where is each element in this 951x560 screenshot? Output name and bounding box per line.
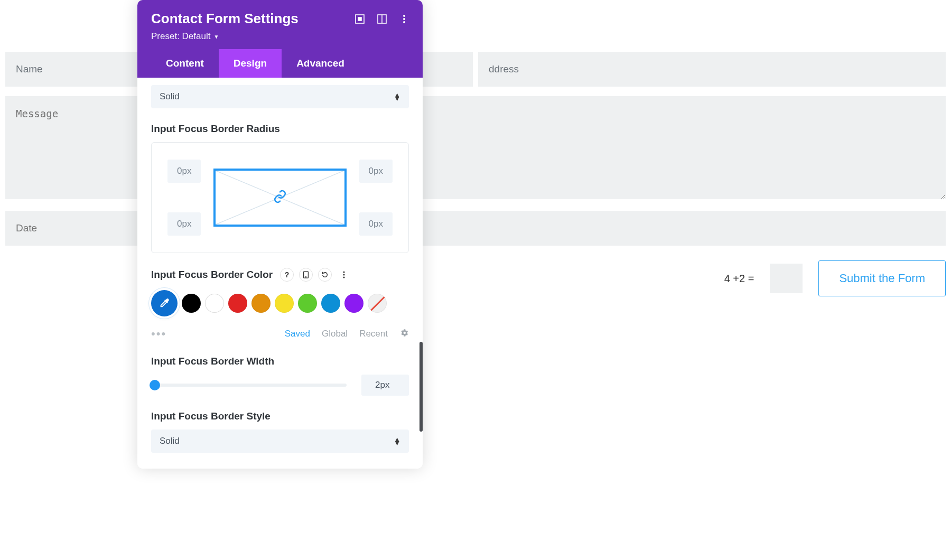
radius-br[interactable]: 0px (359, 212, 393, 236)
more-icon[interactable] (399, 14, 409, 24)
captcha-label: 4 +2 = (724, 273, 754, 285)
settings-panel: Contact Form Settings Preset: Defau (137, 0, 423, 469)
tab-advanced[interactable]: Advanced (282, 49, 359, 78)
reset-icon[interactable] (318, 268, 332, 282)
svg-point-4 (403, 15, 405, 17)
select-arrows-icon: ▲▼ (394, 93, 400, 100)
responsive-icon[interactable] (299, 268, 313, 282)
eyedropper-swatch[interactable] (151, 290, 178, 316)
color-swatches (151, 290, 409, 316)
radius-label: Input Focus Border Radius (151, 123, 409, 135)
border-style-select-top[interactable]: Solid ▲▼ (151, 85, 409, 108)
border-color-label: Input Focus Border Color ? (151, 268, 409, 282)
preset-label: Preset: Default (151, 31, 210, 42)
select-value: Solid (160, 91, 180, 102)
color-swatch[interactable] (275, 294, 294, 313)
palette-tab-saved[interactable]: Saved (285, 329, 310, 339)
palette-tab-recent[interactable]: Recent (359, 329, 388, 339)
panel-title: Contact Form Settings (151, 11, 299, 27)
color-swatch-none[interactable] (368, 294, 387, 313)
panel-header: Contact Form Settings Preset: Defau (137, 0, 423, 78)
color-swatch[interactable] (344, 294, 363, 313)
chevron-down-icon: ▼ (213, 34, 219, 40)
tab-design[interactable]: Design (219, 49, 282, 78)
radius-tr[interactable]: 0px (359, 160, 393, 183)
border-radius-control: 0px 0px 0px 0px (151, 142, 409, 253)
svg-rect-1 (358, 17, 361, 21)
svg-point-11 (343, 271, 345, 273)
tab-content[interactable]: Content (151, 49, 219, 78)
slider-thumb[interactable] (150, 380, 160, 390)
captcha-input[interactable] (770, 264, 803, 293)
svg-point-13 (343, 276, 345, 278)
more-options-icon[interactable] (337, 268, 351, 282)
select-value: Solid (160, 436, 180, 446)
border-width-label: Input Focus Border Width (151, 356, 409, 367)
color-swatch[interactable] (228, 294, 247, 313)
color-swatch[interactable] (182, 294, 201, 313)
color-swatch[interactable] (251, 294, 271, 313)
submit-button[interactable]: Submit the Form (818, 260, 946, 296)
color-swatch[interactable] (298, 294, 317, 313)
color-swatch[interactable] (205, 294, 224, 313)
help-icon[interactable]: ? (280, 268, 294, 282)
palette-tab-global[interactable]: Global (322, 329, 348, 339)
radius-tl[interactable]: 0px (167, 160, 201, 183)
radius-preview[interactable] (213, 169, 346, 227)
palette-more-icon[interactable]: ••• (151, 327, 166, 341)
panel-body: Solid ▲▼ Input Focus Border Radius 0px 0… (137, 78, 423, 469)
border-width-slider[interactable] (151, 384, 347, 387)
columns-icon[interactable] (377, 14, 387, 24)
radius-bl[interactable]: 0px (167, 212, 201, 236)
svg-point-12 (343, 274, 345, 275)
expand-icon[interactable] (355, 14, 365, 24)
border-style-select[interactable]: Solid ▲▼ (151, 430, 409, 453)
svg-point-10 (305, 277, 306, 277)
scrollbar[interactable] (419, 342, 423, 432)
color-swatch[interactable] (321, 294, 340, 313)
select-arrows-icon: ▲▼ (394, 437, 400, 445)
preset-selector[interactable]: Preset: Default ▼ (151, 31, 409, 42)
border-width-value[interactable]: 2px (361, 375, 409, 396)
border-style-label: Input Focus Border Style (151, 410, 409, 422)
svg-point-6 (403, 21, 405, 23)
link-icon (273, 190, 287, 206)
email-input[interactable] (478, 52, 946, 87)
svg-point-5 (403, 18, 405, 20)
gear-icon[interactable] (399, 328, 409, 340)
